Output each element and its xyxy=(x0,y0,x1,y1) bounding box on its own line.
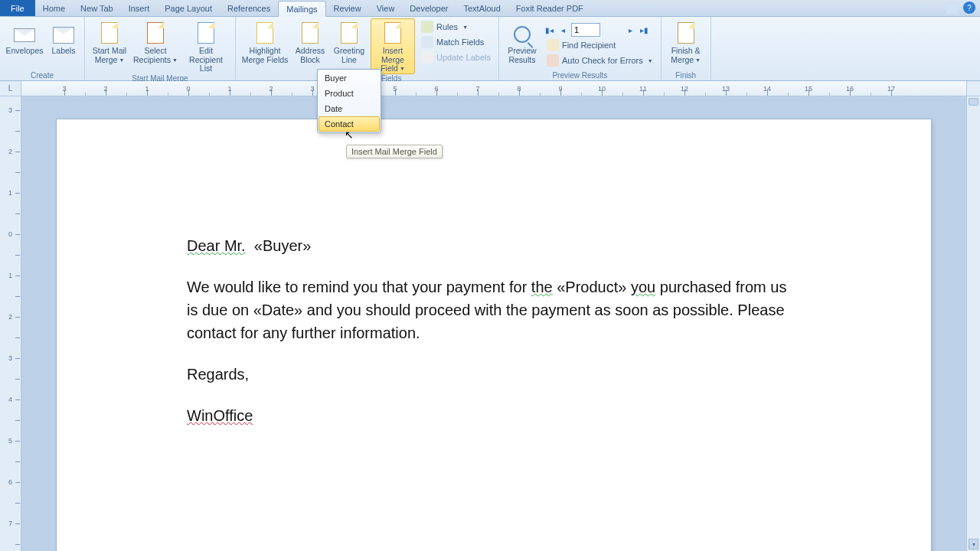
labels-button[interactable]: Labels xyxy=(47,18,80,57)
body-seg-1: We would like to remind you that your pa… xyxy=(187,279,531,295)
merge-menu-item-date[interactable]: Date xyxy=(318,101,380,116)
group-create: Envelopes Labels Create xyxy=(0,17,85,80)
signature-text: WinOffice xyxy=(187,407,253,424)
tab-references[interactable]: References xyxy=(220,0,278,16)
scroll-up-button[interactable] xyxy=(969,98,978,106)
first-record-button[interactable]: ▮◂ xyxy=(544,24,556,36)
envelopes-button[interactable]: Envelopes xyxy=(5,18,44,57)
group-preview-results: Preview Results ▮◂ ◂ ▸ ▸▮ Find Recipient… xyxy=(499,17,662,80)
tab-selector[interactable]: L xyxy=(0,81,21,96)
document-icon xyxy=(101,22,118,44)
address-label: Address Block xyxy=(293,47,327,64)
tab-review[interactable]: Review xyxy=(326,0,369,16)
envelope-icon xyxy=(14,28,35,42)
select-recipients-button[interactable]: Select Recipients▼ xyxy=(132,18,178,65)
preview-label: Preview Results xyxy=(505,47,540,64)
edit-recipient-list-label: Edit Recipient List xyxy=(182,47,230,73)
update-labels-button: Update Labels xyxy=(418,51,494,64)
preview-results-button[interactable]: Preview Results xyxy=(504,18,541,65)
page-area[interactable]: Dear Mr. «Buyer» We would like to remind… xyxy=(21,96,966,551)
scroll-down-button[interactable]: ▾ xyxy=(969,539,978,549)
highlight-label: Highlight Merge Fields xyxy=(241,47,289,64)
edit-recipient-list-button[interactable]: Edit Recipient List xyxy=(181,18,230,74)
tab-new[interactable]: New Tab xyxy=(73,0,121,16)
merge-menu-item-contact[interactable]: Contact xyxy=(318,116,380,132)
insert-merge-field-button[interactable]: Insert Merge Field▼ xyxy=(371,18,415,74)
tab-developer[interactable]: Developer xyxy=(402,0,456,16)
help-icon[interactable]: ? xyxy=(963,2,975,14)
find-icon xyxy=(547,39,559,51)
tab-page-layout[interactable]: Page Layout xyxy=(157,0,220,16)
rules-button[interactable]: Rules▼ xyxy=(418,20,494,34)
finish-icon xyxy=(678,22,694,44)
labels-label: Labels xyxy=(52,47,76,56)
highlight-merge-fields-button[interactable]: Highlight Merge Fields xyxy=(240,18,289,65)
tab-mailings[interactable]: Mailings xyxy=(278,1,325,17)
match-label: Match Fields xyxy=(436,37,484,47)
update-icon xyxy=(421,51,433,64)
record-number-input[interactable] xyxy=(571,23,600,37)
insert-field-icon xyxy=(384,22,401,44)
horizontal-ruler[interactable]: 32101234567891011121314151617 xyxy=(21,81,966,96)
merge-menu-item-buyer[interactable]: Buyer xyxy=(318,70,380,86)
prev-record-button[interactable]: ◂ xyxy=(557,24,570,36)
regards-line: Regards, xyxy=(187,363,801,386)
greeting-line-button[interactable]: Greeting Line xyxy=(331,18,368,65)
envelopes-label: Envelopes xyxy=(5,47,43,56)
body-seg-2: «Product» xyxy=(553,279,631,295)
update-label: Update Labels xyxy=(436,53,491,62)
ruler-right-gap xyxy=(966,81,980,96)
tab-file[interactable]: File xyxy=(0,0,35,16)
next-record-button[interactable]: ▸ xyxy=(625,24,637,36)
insert-merge-field-menu[interactable]: Buyer Product Date Contact xyxy=(317,69,381,133)
last-record-button[interactable]: ▸▮ xyxy=(639,24,651,36)
group-start-mail-merge: Start Mail Merge▼ Select Recipients▼ Edi… xyxy=(85,17,236,80)
highlight-icon xyxy=(256,22,273,44)
body-you: you xyxy=(631,279,655,295)
address-block-button[interactable]: Address Block xyxy=(292,18,328,65)
group-finish: Finish & Merge▼ Finish xyxy=(662,17,711,80)
address-icon xyxy=(302,22,318,44)
rules-label: Rules xyxy=(436,22,458,31)
group-preview-label: Preview Results xyxy=(552,70,607,80)
record-navigator: ▮◂ ◂ ▸ ▸▮ xyxy=(544,20,656,37)
finish-label: Finish & Merge▼ xyxy=(667,47,705,64)
find-recipient-button[interactable]: Find Recipient xyxy=(544,38,656,52)
merge-menu-item-product[interactable]: Product xyxy=(318,86,380,101)
minimize-ribbon-icon[interactable] xyxy=(946,2,959,14)
auto-label: Auto Check for Errors xyxy=(562,56,643,65)
check-icon xyxy=(547,54,559,67)
document-body[interactable]: Dear Mr. «Buyer» We would like to remind… xyxy=(57,119,931,427)
greeting-icon xyxy=(341,22,358,44)
workspace: 32101234567 Dear Mr. «Buyer» We would li… xyxy=(0,96,980,551)
rules-icon xyxy=(421,21,433,33)
tab-home[interactable]: Home xyxy=(35,0,73,16)
edit-list-icon xyxy=(198,22,214,44)
tab-textaloud[interactable]: TextAloud xyxy=(456,0,508,16)
match-fields-button[interactable]: Match Fields xyxy=(418,35,494,49)
greeting-line: Dear Mr. «Buyer» xyxy=(187,234,801,257)
finish-merge-button[interactable]: Finish & Merge▼ xyxy=(666,18,706,65)
magnifier-icon xyxy=(514,26,531,43)
match-icon xyxy=(421,36,433,48)
auto-check-errors-button[interactable]: Auto Check for Errors▼ xyxy=(544,54,656,67)
vertical-ruler[interactable]: 32101234567 xyxy=(0,96,21,551)
tab-foxit[interactable]: Foxit Reader PDF xyxy=(508,0,591,16)
body-paragraph: We would like to remind you that your pa… xyxy=(187,276,801,344)
tab-view[interactable]: View xyxy=(369,0,403,16)
select-recipients-label: Select Recipients▼ xyxy=(133,47,178,64)
tab-insert[interactable]: Insert xyxy=(121,0,158,16)
document-page[interactable]: Dear Mr. «Buyer» We would like to remind… xyxy=(57,119,931,551)
find-label: Find Recipient xyxy=(562,41,616,50)
signature-line: WinOffice xyxy=(187,404,801,427)
vertical-scrollbar[interactable]: ▾ xyxy=(966,96,980,551)
labels-icon xyxy=(53,27,74,44)
body-the: the xyxy=(531,279,553,295)
ribbon: Envelopes Labels Create Start Mail Merge… xyxy=(0,17,980,81)
greeting-label: Greeting Line xyxy=(332,47,367,64)
insert-merge-field-tooltip: Insert Mail Merge Field xyxy=(346,145,443,158)
start-mail-merge-button[interactable]: Start Mail Merge▼ xyxy=(90,18,129,65)
greeting-field: «Buyer» xyxy=(254,237,312,254)
tab-bar: File Home New Tab Insert Page Layout Ref… xyxy=(0,0,980,17)
group-create-label: Create xyxy=(31,70,54,80)
